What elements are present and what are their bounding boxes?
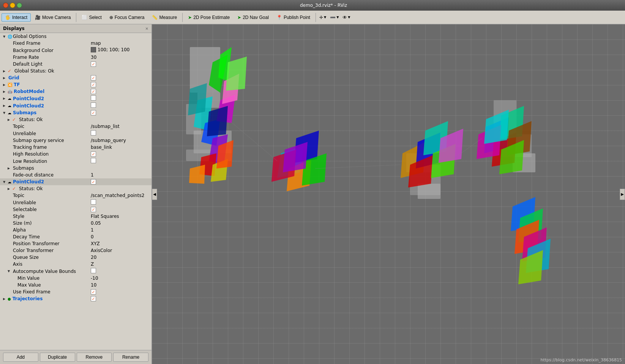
trajectories-expand[interactable]: ▶ (3, 297, 8, 301)
autocompute-item[interactable]: ▼ Autocompute Value Bounds (0, 268, 152, 275)
close-button[interactable] (3, 3, 8, 8)
collapse-left-arrow[interactable]: ◀ (152, 189, 157, 200)
toolbar-extra-1[interactable]: ✛ ▼ (318, 14, 328, 21)
submaps-status-expand[interactable]: ▶ (8, 118, 12, 121)
select-button[interactable]: ⬜ Select (78, 13, 105, 22)
maximize-button[interactable] (17, 3, 22, 8)
global-status-item[interactable]: ▶ ✓ Global Status: Ok (0, 68, 152, 74)
toolbar-extra-3[interactable]: 👁 ▼ (341, 14, 352, 21)
robot-model-checkbox[interactable] (91, 89, 96, 94)
cloud-icon-1: ☁ (8, 96, 11, 101)
window-controls[interactable] (3, 3, 22, 8)
pointcloud2-2-item[interactable]: ▶ ☁ PointCloud2 (0, 102, 152, 109)
max-value-value[interactable]: 10 (91, 282, 152, 288)
grid-checkbox[interactable] (91, 75, 96, 80)
remove-button[interactable]: Remove (77, 353, 112, 362)
pointcloud2-1-item[interactable]: ▶ ☁ PointCloud2 (0, 95, 152, 102)
panel-close-button[interactable]: ✕ (145, 27, 148, 31)
publish-point-button[interactable]: 📍 Publish Point (273, 13, 314, 22)
submaps-topic-value[interactable]: /submap_list (91, 124, 152, 129)
robot-model-label[interactable]: RobotModel (13, 89, 91, 94)
background-color-value[interactable]: 100; 100; 100 (91, 47, 152, 54)
toolbar-extra-2[interactable]: ➖ ▼ (328, 14, 340, 21)
fixed-frame-value[interactable]: map (91, 41, 152, 46)
pc2-3-expand[interactable]: ▼ (3, 180, 8, 184)
displays-scroll[interactable]: ▼ 🌐 Global Options Fixed Frame map Backg… (0, 33, 152, 350)
high-resolution-checkbox[interactable] (91, 151, 96, 157)
use-fixed-frame-checkbox[interactable] (91, 289, 96, 295)
tracking-frame-value[interactable]: base_link (91, 145, 152, 150)
queue-size-value[interactable]: 20 (91, 255, 152, 260)
expand-global-options[interactable]: ▼ (3, 35, 8, 38)
nav-goal-button[interactable]: ➤ 2D Nav Goal (234, 13, 272, 22)
submaps-checkbox[interactable] (91, 110, 96, 115)
grid-expand[interactable]: ▶ (3, 76, 8, 80)
tf-item[interactable]: ▶ 🔀 TF (0, 81, 152, 88)
global-options-item[interactable]: ▼ 🌐 Global Options (0, 33, 152, 40)
expand-right-arrow[interactable]: ▶ (620, 189, 625, 200)
autocompute-checkbox[interactable] (91, 268, 96, 273)
separator-1 (76, 13, 76, 22)
pc2-1-expand[interactable]: ▶ (3, 97, 8, 100)
tf-label[interactable]: TF (13, 82, 91, 87)
duplicate-button[interactable]: Duplicate (40, 353, 75, 362)
pc2-3-status-item[interactable]: ▶ ✓ Status: Ok (0, 185, 152, 192)
robot-model-expand[interactable]: ▶ (3, 90, 8, 93)
pc2-2-expand[interactable]: ▶ (3, 104, 8, 107)
trajectories-label[interactable]: Trajectories (12, 296, 91, 301)
trajectories-item[interactable]: ▶ ● Trajectories (0, 295, 152, 302)
rename-button[interactable]: Rename (113, 353, 148, 362)
global-status-expand[interactable]: ▶ (3, 69, 8, 73)
pc2-2-checkbox[interactable] (91, 102, 96, 108)
position-transformer-value[interactable]: XYZ (91, 241, 152, 246)
axis-value[interactable]: Z (91, 262, 152, 267)
alpha-value[interactable]: 1 (91, 227, 152, 233)
pointcloud2-3-item[interactable]: ▼ ☁ PointCloud2 (0, 178, 152, 185)
pose-estimate-button[interactable]: ➤ 2D Pose Estimate (185, 13, 233, 22)
min-value-value[interactable]: -10 (91, 276, 152, 281)
submaps-status-item[interactable]: ▶ ✓ Status: Ok (0, 116, 152, 123)
size-value[interactable]: 0.05 (91, 221, 152, 226)
pc2-3-checkbox[interactable] (91, 179, 96, 184)
pc2-3-status-expand[interactable]: ▶ (8, 187, 12, 191)
low-resolution-checkbox[interactable] (91, 158, 96, 163)
viewport[interactable]: ◀ ▶ (152, 24, 625, 364)
pointcloud2-2-label[interactable]: PointCloud2 (12, 103, 91, 109)
pc2-3-unreliable-checkbox[interactable] (91, 199, 96, 205)
tf-expand[interactable]: ▶ (3, 83, 8, 87)
color-transformer-value[interactable]: AxisColor (91, 248, 152, 253)
pc2-3-topic-value[interactable]: /scan_matched_points2 (91, 193, 152, 198)
submaps-label[interactable]: Submaps (12, 110, 91, 115)
tf-checkbox[interactable] (91, 82, 96, 87)
selectable-checkbox[interactable] (91, 207, 96, 212)
minimize-button[interactable] (10, 3, 15, 8)
interact-button[interactable]: 🖐 Interact (2, 13, 31, 22)
trajectories-checkbox[interactable] (91, 296, 96, 301)
style-value[interactable]: Flat Squares (91, 214, 152, 219)
submap-query-value[interactable]: /submap_query (91, 138, 152, 143)
pc2-1-checkbox[interactable] (91, 95, 96, 101)
submaps-sub-item[interactable]: ▶ Submaps (0, 165, 152, 172)
focus-camera-button[interactable]: ⊕ Focus Camera (106, 13, 148, 22)
robot-model-item[interactable]: ▶ 🤖 RobotModel (0, 88, 152, 95)
default-light-value[interactable] (91, 61, 152, 67)
decay-time-value[interactable]: 0 (91, 234, 152, 240)
submaps-unreliable-label: Unreliable (12, 131, 91, 136)
default-light-checkbox[interactable] (91, 61, 96, 67)
submaps-item[interactable]: ▼ ☁ Submaps (0, 109, 152, 116)
submaps-sub-expand[interactable]: ▶ (8, 167, 12, 170)
add-button[interactable]: Add (3, 353, 38, 362)
autocompute-expand[interactable]: ▼ (8, 269, 12, 273)
fade-out-value[interactable]: 1 (91, 172, 152, 178)
color-transformer-item: Color Transformer AxisColor (0, 247, 152, 254)
measure-button[interactable]: 📏 Measure (148, 13, 180, 22)
pointcloud2-3-label[interactable]: PointCloud2 (12, 179, 91, 184)
grid-item[interactable]: ▶ Grid (0, 74, 152, 81)
move-camera-button[interactable]: 🎥 Move Camera (32, 13, 74, 22)
frame-rate-value[interactable]: 30 (91, 55, 152, 60)
grid-label[interactable]: Grid (8, 75, 91, 80)
submaps-unreliable-checkbox[interactable] (91, 130, 96, 136)
pointcloud2-1-label[interactable]: PointCloud2 (12, 96, 91, 101)
default-light-label: Default Light (12, 61, 91, 67)
submaps-expand[interactable]: ▼ (3, 111, 8, 115)
